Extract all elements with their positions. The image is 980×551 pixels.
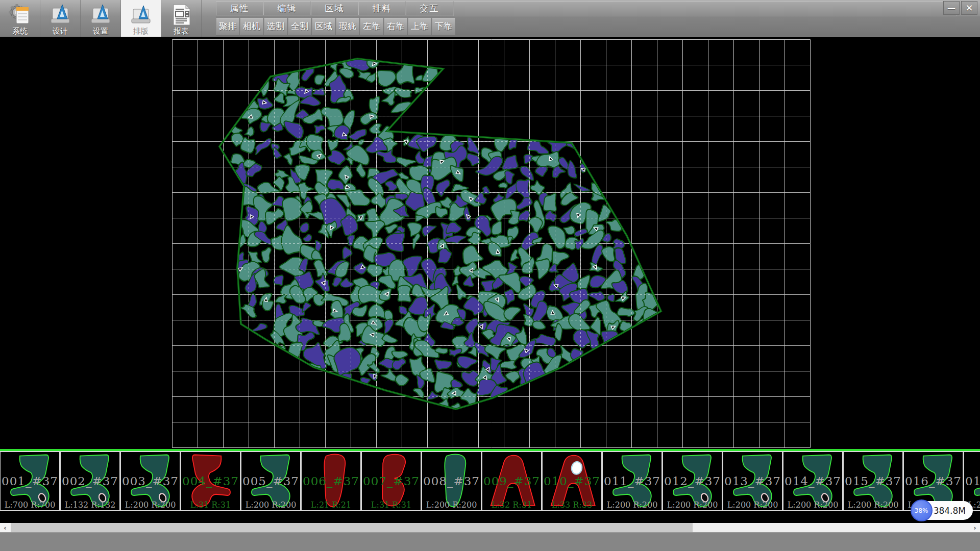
part-thumbnail[interactable]: 006_#37L:21 R:21 xyxy=(301,451,361,511)
part-name: 017_#37 xyxy=(964,474,980,488)
part-thumbnail[interactable]: 015_#37L:200 R:200 xyxy=(843,451,903,511)
part-lr-count: L:200 R:200 xyxy=(663,500,722,510)
part-name: 004_#37 xyxy=(181,474,240,488)
part-lr-count: L:21 R:21 xyxy=(302,500,360,510)
part-name: 009_#37 xyxy=(482,474,541,488)
menu-item-5[interactable]: 交互 xyxy=(406,1,453,15)
part-thumbnail[interactable]: 009_#37L:32 R:31 xyxy=(482,451,542,511)
menu-item-1[interactable]: 属性 xyxy=(216,1,263,15)
parts-strip: 001_#37L:700 R:700002_#37L:132 R:132003_… xyxy=(0,449,980,511)
app-button-1[interactable]: 系统 xyxy=(0,0,40,37)
part-lr-count: L:132 R:132 xyxy=(61,500,119,510)
parts-list: 001_#37L:700 R:700002_#37L:132 R:132003_… xyxy=(0,451,980,511)
menu-item-3[interactable]: 区域 xyxy=(311,1,358,15)
app-button-label: 系统 xyxy=(12,27,28,36)
scrollbar-thumb[interactable] xyxy=(11,523,693,532)
tool-button-5[interactable]: 区域 xyxy=(312,18,335,35)
part-thumbnail[interactable]: 014_#37L:200 R:200 xyxy=(783,451,843,511)
workspace xyxy=(0,37,980,449)
part-lr-count: L:200 R:200 xyxy=(422,500,481,510)
tool-button-8[interactable]: 右靠 xyxy=(384,18,407,35)
part-name: 013_#37 xyxy=(723,474,782,488)
ribbon-toolbar: 系统设计设置排版报表 属性编辑区域排料交互 聚排相机选割全割区域瑕疵左靠右靠上靠… xyxy=(0,0,980,37)
part-thumbnail[interactable]: 003_#37L:200 R:200 xyxy=(120,451,181,511)
part-name: 012_#37 xyxy=(663,474,722,488)
part-thumbnail[interactable]: 007_#37L:31 R:31 xyxy=(361,451,422,511)
part-name: 002_#37 xyxy=(61,474,119,488)
tool-button-6[interactable]: 瑕疵 xyxy=(336,18,359,35)
part-thumbnail[interactable]: 004_#37L:31 R:31 xyxy=(181,451,241,511)
horizontal-scrollbar[interactable]: ‹ › xyxy=(0,523,980,532)
app-button-label: 报表 xyxy=(174,27,189,36)
notebook-icon xyxy=(16,7,29,23)
part-lr-count: L:200 R:200 xyxy=(121,500,180,510)
menu-bar: 属性编辑区域排料交互 xyxy=(216,1,980,16)
part-name: 010_#37 xyxy=(543,474,601,488)
part-name: 007_#37 xyxy=(362,474,421,488)
part-name: 011_#37 xyxy=(603,474,662,488)
part-lr-count: L:31 R:31 xyxy=(181,500,240,510)
part-thumbnail[interactable]: 001_#37L:700 R:700 xyxy=(0,451,60,511)
close-button[interactable]: ✕ xyxy=(961,1,977,15)
tool-button-7[interactable]: 左靠 xyxy=(360,18,383,35)
app-button-label: 排版 xyxy=(133,27,149,36)
app-button-3[interactable]: 设置 xyxy=(81,0,121,37)
part-thumbnail[interactable]: 005_#37L:200 R:200 xyxy=(241,451,301,511)
part-name: 014_#37 xyxy=(783,474,842,488)
report-icon xyxy=(169,3,193,27)
scroll-left-button[interactable]: ‹ xyxy=(0,523,10,532)
tool-bar: 聚排相机选割全割区域瑕疵左靠右靠上靠下靠 xyxy=(216,16,980,36)
menu-item-4[interactable]: 排料 xyxy=(358,1,406,15)
part-lr-count: L:31 R:31 xyxy=(362,500,421,510)
part-name: 008_#37 xyxy=(422,474,481,488)
app-button-4[interactable]: 排版 xyxy=(121,0,161,37)
tool-button-9[interactable]: 上靠 xyxy=(408,18,431,35)
tool-button-1[interactable]: 聚排 xyxy=(216,18,239,35)
part-lr-count: L:200 R:200 xyxy=(844,500,902,510)
menu-bar-filler xyxy=(453,1,957,16)
tool-button-10[interactable]: 下靠 xyxy=(432,18,455,35)
settings-icon xyxy=(89,3,112,27)
application-window: 系统设计设置排版报表 属性编辑区域排料交互 聚排相机选割全割区域瑕疵左靠右靠上靠… xyxy=(0,0,980,551)
part-name: 005_#37 xyxy=(241,474,300,488)
part-name: 015_#37 xyxy=(844,474,902,488)
app-mode-buttons: 系统设计设置排版报表 xyxy=(0,0,202,37)
part-lr-count: L:200 R:200 xyxy=(603,500,662,510)
layout-icon xyxy=(129,3,153,27)
app-button-label: 设置 xyxy=(93,27,108,36)
tool-button-2[interactable]: 相机 xyxy=(240,18,263,35)
app-button-2[interactable]: 设计 xyxy=(40,0,81,37)
tool-button-3[interactable]: 选割 xyxy=(264,18,287,35)
part-name: 006_#37 xyxy=(302,474,360,488)
part-lr-count: L:200 R:200 xyxy=(241,500,300,510)
part-thumbnail[interactable]: 010_#37L:33 R:33 xyxy=(542,451,602,511)
part-lr-count: L:32 R:31 xyxy=(482,500,541,510)
part-thumbnail[interactable]: 002_#37L:132 R:132 xyxy=(60,451,120,511)
app-button-label: 设计 xyxy=(53,27,68,36)
progress-circle: 38% xyxy=(911,499,933,521)
part-lr-count: L:33 R:33 xyxy=(543,500,601,510)
scrollbar-track[interactable] xyxy=(10,523,970,532)
part-thumbnail[interactable]: 013_#37L:200 R:200 xyxy=(723,451,783,511)
part-thumbnail[interactable]: 011_#37L:200 R:200 xyxy=(602,451,663,511)
part-lr-count: L:200 R:200 xyxy=(783,500,842,510)
part-thumbnail[interactable]: 012_#37L:200 R:200 xyxy=(663,451,723,511)
menu-item-2[interactable]: 编辑 xyxy=(263,1,311,15)
design-icon xyxy=(48,3,72,27)
part-name: 001_#37 xyxy=(1,474,59,488)
app-button-5[interactable]: 报表 xyxy=(161,0,202,37)
system-icon xyxy=(8,3,32,27)
window-controls: — ✕ xyxy=(943,1,977,15)
scroll-right-button[interactable]: › xyxy=(970,523,980,532)
menu-zone: 属性编辑区域排料交互 聚排相机选割全割区域瑕疵左靠右靠上靠下靠 xyxy=(216,0,980,37)
nesting-canvas[interactable] xyxy=(0,37,980,449)
part-lr-count: L:700 R:700 xyxy=(1,500,59,510)
part-name: 016_#37 xyxy=(904,474,963,488)
memory-badge: 38% 384.8M xyxy=(912,501,973,520)
part-thumbnail[interactable]: 008_#37L:200 R:200 xyxy=(422,451,482,511)
tool-button-4[interactable]: 全割 xyxy=(288,18,311,35)
part-lr-count: L:200 R:200 xyxy=(723,500,782,510)
minimize-button[interactable]: — xyxy=(943,1,960,15)
status-bar xyxy=(0,532,980,551)
memory-value: 384.8M xyxy=(934,506,966,516)
